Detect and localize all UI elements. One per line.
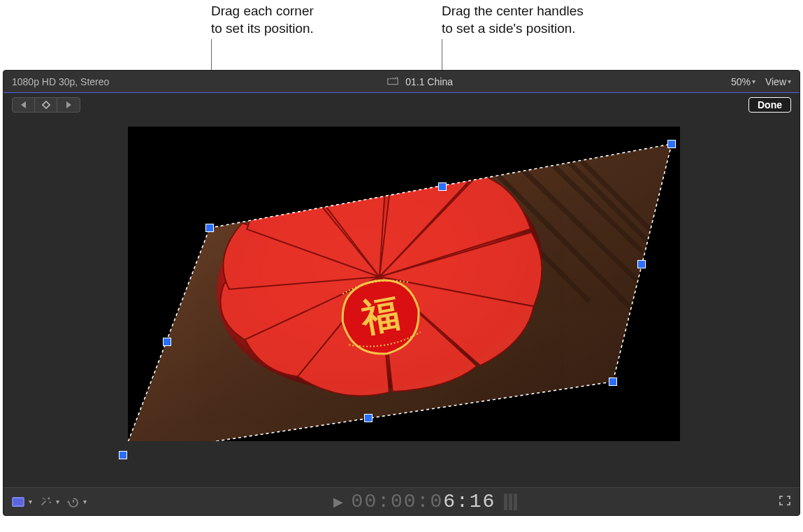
viewer-panel: 1080p HD 30p, Stereo 01.1 China 50%▾ Vie… [3, 70, 800, 516]
project-format: 1080p HD 30p, Stereo [12, 76, 109, 87]
svg-text:福: 福 [357, 291, 403, 339]
chevron-down-icon: ▾ [56, 498, 59, 505]
chevron-down-icon: ▾ [752, 78, 755, 85]
fullscreen-button[interactable] [779, 495, 791, 509]
add-keyframe-button[interactable] [35, 98, 57, 112]
retime-menu-button[interactable]: ▾ [66, 496, 87, 508]
handle-side-left[interactable] [163, 338, 171, 346]
svg-point-18 [50, 502, 51, 503]
enhance-menu-button[interactable]: ▾ [39, 496, 59, 508]
keyframe-nav [12, 97, 80, 113]
clapper-icon [387, 76, 398, 87]
done-button[interactable]: Done [748, 97, 791, 113]
svg-point-16 [43, 498, 44, 499]
svg-point-17 [48, 497, 50, 499]
audio-meters [504, 493, 532, 511]
handle-corner-br[interactable] [609, 378, 617, 386]
chevron-down-icon: ▾ [83, 498, 87, 505]
bottombar: ▾ ▾ ▾ ▶ 00:00:06:16 [3, 487, 800, 515]
clip-name: 01.1 China [405, 76, 453, 87]
zoom-menu[interactable]: 50%▾ [731, 76, 755, 87]
svg-rect-15 [13, 498, 23, 505]
svg-rect-0 [388, 79, 398, 85]
play-icon[interactable]: ▶ [333, 494, 343, 510]
handle-side-top[interactable] [438, 182, 447, 191]
handle-corner-bl[interactable] [119, 451, 127, 459]
prev-keyframe-button[interactable] [13, 98, 35, 112]
timecode-active: 6:16 [443, 491, 495, 512]
timecode-inactive: 00:00:0 [352, 491, 444, 512]
chevron-down-icon: ▾ [29, 498, 32, 505]
timecode[interactable]: 00:00:06:16 [352, 491, 496, 512]
effects-menu-button[interactable]: ▾ [12, 496, 32, 508]
handle-side-bottom[interactable] [364, 414, 372, 422]
callout-side: Drag the center handles to set a side's … [442, 3, 584, 37]
callout-corner: Drag each corner to set its position. [211, 3, 314, 37]
handle-corner-tr[interactable] [667, 140, 676, 148]
handle-corner-tl[interactable] [205, 224, 214, 232]
next-keyframe-button[interactable] [57, 98, 80, 112]
chevron-down-icon: ▾ [788, 78, 791, 85]
distorted-image[interactable]: 福 [128, 127, 680, 441]
viewer[interactable]: 福 [3, 117, 800, 487]
topbar: 1080p HD 30p, Stereo 01.1 China 50%▾ Vie… [3, 71, 800, 93]
handle-side-right[interactable] [637, 260, 646, 268]
onscreen-controls-row: Done [3, 93, 800, 117]
canvas-frame: 福 [128, 127, 680, 441]
view-menu[interactable]: View▾ [765, 76, 791, 87]
